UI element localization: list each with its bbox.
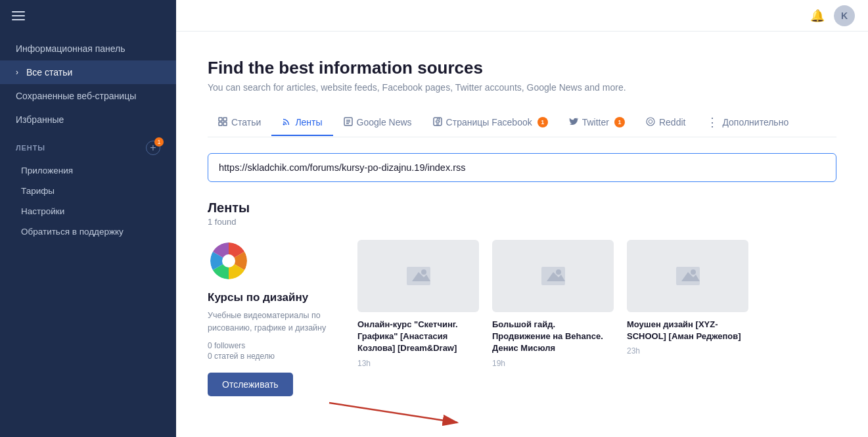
article-time-1: 13h <box>357 359 479 368</box>
sidebar-nav: Информационная панель › Все статьи Сохра… <box>0 32 176 248</box>
sidebar-item-label: Все статьи <box>26 67 72 78</box>
svg-rect-6 <box>223 122 227 126</box>
avatar[interactable]: K <box>834 5 855 26</box>
article-title-1: Онлайн-курс "Скетчинг. Графика" [Анастас… <box>357 319 479 355</box>
tab-more-label: Дополнительно <box>722 117 788 127</box>
follow-button[interactable]: Отслеживать <box>208 373 293 396</box>
article-thumbnails: Онлайн-курс "Скетчинг. Графика" [Анастас… <box>357 240 836 368</box>
search-input[interactable] <box>219 162 825 173</box>
tab-google-news-label: Google News <box>357 117 412 127</box>
add-feed-button[interactable]: + 1 <box>146 141 160 155</box>
svg-line-27 <box>329 403 457 423</box>
topbar: 🔔 K <box>176 0 868 32</box>
svg-point-7 <box>283 123 285 125</box>
feed-followers: 0 followers <box>208 341 245 350</box>
feed-articles-per-week: 0 статей в неделю <box>208 352 275 361</box>
article-time-2: 19h <box>492 359 614 368</box>
svg-point-14 <box>649 120 652 124</box>
feed-row: Курсы по дизайну Учебные видеоматериалы … <box>208 240 836 396</box>
sidebar-item-favorites[interactable]: Избранные <box>0 108 176 131</box>
tab-facebook[interactable]: Страницы Facebook 1 <box>423 110 559 136</box>
facebook-icon <box>433 117 442 128</box>
article-thumb-1 <box>357 240 479 312</box>
chevron-icon: › <box>16 68 18 77</box>
svg-point-16 <box>222 254 235 267</box>
tab-twitter[interactable]: Twitter 1 <box>559 110 635 136</box>
article-card-3: Моушен дизайн [XYZ-SCHOOL] [Аман Реджепо… <box>627 240 748 368</box>
article-card-2: Большой гайд. Продвижение на Behance. Де… <box>492 240 614 368</box>
feed-logo <box>208 240 250 282</box>
more-dots-icon: ⋮ <box>706 115 718 129</box>
tab-more[interactable]: ⋮ Дополнительно <box>696 108 799 137</box>
tab-facebook-label: Страницы Facebook <box>446 117 532 127</box>
feed-description: Учебные видеоматериалы по рисованию, гра… <box>208 310 339 334</box>
sidebar-item-support[interactable]: Обратиться в поддержку <box>0 221 176 242</box>
tab-reddit[interactable]: Reddit <box>635 110 696 136</box>
article-time-3: 23h <box>627 346 748 356</box>
hamburger-menu-button[interactable] <box>0 0 176 32</box>
tab-google-news[interactable]: Google News <box>333 110 423 136</box>
feed-name: Курсы по дизайну <box>208 291 308 304</box>
rss-icon <box>282 117 291 128</box>
grid-icon <box>218 117 227 128</box>
sidebar-item-label: Избранные <box>16 114 64 125</box>
article-card-1: Онлайн-курс "Скетчинг. Графика" [Анастас… <box>357 240 479 368</box>
sidebar-item-dashboard[interactable]: Информационная панель <box>0 37 176 60</box>
tab-articles[interactable]: Статьи <box>208 110 271 136</box>
sidebar: Информационная панель › Все статьи Сохра… <box>0 0 176 437</box>
facebook-badge: 1 <box>537 117 548 127</box>
svg-rect-3 <box>219 118 222 121</box>
feeds-section-label: ЛЕНТЫ <box>16 144 45 152</box>
sidebar-item-settings[interactable]: Настройки <box>0 201 176 221</box>
sidebar-item-tariffs[interactable]: Тарифы <box>0 181 176 201</box>
sidebar-sub-item-label: Настройки <box>21 206 64 216</box>
sidebar-item-label: Информационная панель <box>16 43 126 54</box>
news-icon <box>344 117 353 128</box>
svg-rect-2 <box>12 19 25 20</box>
feed-card-main: Курсы по дизайну Учебные видеоматериалы … <box>208 240 339 396</box>
notifications-icon[interactable]: 🔔 <box>810 9 825 23</box>
sidebar-item-label: Сохраненные веб-страницы <box>16 91 136 101</box>
sidebar-item-all-articles[interactable]: › Все статьи <box>0 60 176 84</box>
tab-twitter-label: Twitter <box>582 117 609 127</box>
sidebar-sub-item-label: Приложения <box>21 166 73 175</box>
article-thumb-2 <box>492 240 614 312</box>
feeds-sub-items: Приложения Тарифы Настройки Обратиться в… <box>0 159 176 243</box>
page-title: Find the best information sources <box>208 58 836 78</box>
sidebar-sub-item-label: Тарифы <box>21 186 55 196</box>
tabs-bar: Статьи Ленты Google News С <box>208 108 836 137</box>
page-subtitle: You can search for articles, website fee… <box>208 82 836 93</box>
svg-point-19 <box>421 269 426 275</box>
svg-point-22 <box>556 269 561 275</box>
content-area: Find the best information sources You ca… <box>176 32 868 437</box>
main-content: 🔔 K Find the best information sources Yo… <box>176 0 868 437</box>
feeds-section-header: ЛЕНТЫ + 1 <box>0 131 176 159</box>
tab-feeds-label: Ленты <box>295 117 322 127</box>
article-thumb-3 <box>627 240 748 312</box>
arrow-svg <box>326 390 497 426</box>
tab-feeds[interactable]: Ленты <box>271 110 332 136</box>
svg-point-13 <box>647 118 654 126</box>
twitter-badge: 1 <box>614 117 625 127</box>
svg-rect-5 <box>219 122 222 126</box>
twitter-icon <box>569 117 578 128</box>
svg-rect-1 <box>12 15 25 16</box>
tab-articles-label: Статьи <box>231 117 261 127</box>
reddit-icon <box>646 117 655 128</box>
article-title-2: Большой гайд. Продвижение на Behance. Де… <box>492 319 614 355</box>
sidebar-item-apps[interactable]: Приложения <box>0 160 176 181</box>
sidebar-item-saved-pages[interactable]: Сохраненные веб-страницы <box>0 84 176 108</box>
sidebar-sub-item-label: Обратиться в поддержку <box>21 227 124 237</box>
tab-reddit-label: Reddit <box>659 117 685 127</box>
search-input-wrap <box>208 153 836 182</box>
svg-rect-4 <box>223 118 227 121</box>
feeds-badge: 1 <box>154 137 164 147</box>
arrow-annotation <box>208 403 836 438</box>
article-title-3: Моушен дизайн [XYZ-SCHOOL] [Аман Реджепо… <box>627 319 748 342</box>
svg-point-25 <box>691 269 696 275</box>
svg-rect-0 <box>12 11 25 12</box>
results-count: 1 found <box>208 217 836 227</box>
results-title: Ленты <box>208 200 836 216</box>
